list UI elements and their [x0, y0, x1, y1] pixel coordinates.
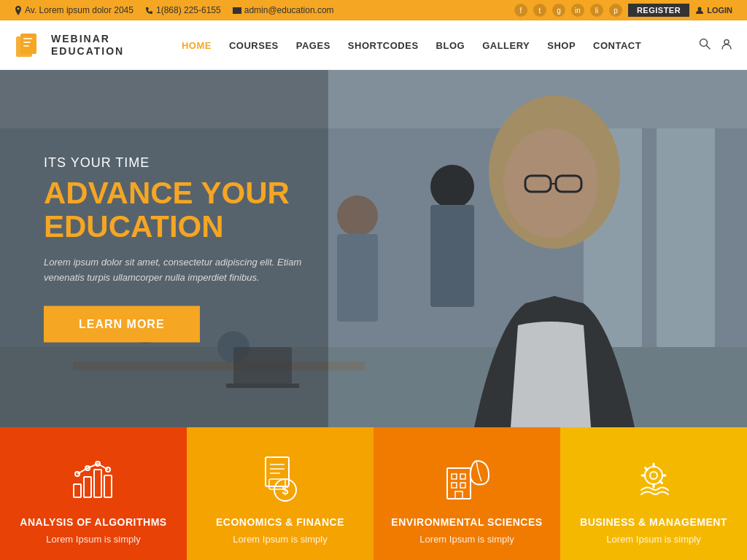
- nav-item-home[interactable]: HOME: [182, 39, 212, 52]
- svg-rect-46: [452, 474, 457, 479]
- svg-rect-31: [84, 477, 91, 497]
- card-business-desc: Lorem Ipsum is simply: [606, 534, 700, 545]
- user-profile-icon[interactable]: [721, 38, 732, 52]
- user-icon: [695, 6, 704, 15]
- hero-title: ADVANCE YOUR EDUCATION: [44, 176, 321, 244]
- twitter-icon[interactable]: t: [533, 4, 546, 17]
- environment-icon: [441, 454, 492, 505]
- svg-rect-47: [460, 474, 465, 479]
- nav-links: HOME COURSES PAGES SHORTCODES BLOG GALLE…: [182, 39, 641, 52]
- cards-section: ANALYSIS OF ALGORITHMS Lorem Ipsum is si…: [0, 427, 747, 560]
- svg-rect-49: [460, 483, 465, 488]
- nav-item-courses[interactable]: COURSES: [229, 39, 279, 52]
- nav-item-shortcodes[interactable]: SHORTCODES: [348, 39, 419, 52]
- email-item: admin@education.com: [233, 5, 334, 15]
- pinterest-icon[interactable]: p: [609, 4, 622, 17]
- nav-icons: [699, 38, 732, 52]
- logo-text: WEBINAR EDUCATION: [51, 33, 124, 58]
- card-environment-title: ENVIRONMENTAL SCIENCES: [391, 516, 542, 528]
- svg-rect-45: [447, 468, 471, 499]
- top-bar-contact: Av. Lorem ipsum dolor 2045 1(868) 225-61…: [15, 5, 334, 15]
- instagram-icon[interactable]: in: [571, 4, 584, 17]
- learn-more-button[interactable]: Learn More: [44, 306, 200, 342]
- svg-point-8: [724, 39, 729, 44]
- logo-icon: [15, 31, 44, 60]
- phone-item: 1(868) 225-6155: [145, 5, 221, 15]
- login-button[interactable]: LOGIN: [695, 6, 732, 15]
- svg-line-57: [646, 468, 648, 470]
- facebook-icon[interactable]: f: [514, 4, 527, 17]
- svg-rect-5: [23, 45, 29, 47]
- svg-line-7: [706, 45, 710, 49]
- logo[interactable]: WEBINAR EDUCATION: [15, 31, 124, 60]
- business-icon: [628, 454, 679, 505]
- nav-item-contact[interactable]: CONTACT: [593, 39, 641, 52]
- card-algorithms[interactable]: ANALYSIS OF ALGORITHMS Lorem Ipsum is si…: [0, 427, 187, 560]
- card-algorithms-desc: Lorem Ipsum is simply: [46, 534, 140, 545]
- nav-item-gallery[interactable]: GALLERY: [482, 39, 530, 52]
- nav-item-shop[interactable]: SHOP: [547, 39, 576, 52]
- card-economics-desc: Lorem Ipsum is simply: [233, 534, 327, 545]
- svg-rect-30: [74, 484, 81, 497]
- nav-item-blog[interactable]: BLOG: [436, 39, 465, 52]
- svg-rect-4: [23, 42, 31, 43]
- svg-rect-3: [23, 38, 32, 39]
- svg-point-52: [650, 472, 657, 479]
- hero-description: Lorem ipsum dolor sit amet, consectetur …: [44, 255, 321, 286]
- address-item: Av. Lorem ipsum dolor 2045: [15, 5, 133, 15]
- register-button[interactable]: REGISTER: [628, 4, 689, 17]
- hero-section: ITS YOUR TIME ADVANCE YOUR EDUCATION Lor…: [0, 70, 747, 427]
- svg-rect-48: [452, 483, 457, 488]
- card-economics-title: ECONOMICS & FINANCE: [216, 516, 344, 528]
- svg-rect-50: [455, 491, 462, 499]
- card-business-title: BUSINESS & MANAGEMENT: [580, 516, 727, 528]
- hero-subtitle: ITS YOUR TIME: [44, 155, 321, 171]
- hero-content: ITS YOUR TIME ADVANCE YOUR EDUCATION Lor…: [44, 155, 321, 343]
- nav-item-pages[interactable]: PAGES: [296, 39, 330, 52]
- svg-rect-32: [94, 470, 101, 497]
- top-bar-actions: f t g in li p REGISTER LOGIN: [514, 4, 732, 17]
- economics-icon: $: [255, 454, 306, 505]
- google-plus-icon[interactable]: g: [552, 4, 565, 17]
- navbar: WEBINAR EDUCATION HOME COURSES PAGES SHO…: [0, 20, 747, 70]
- card-environment[interactable]: ENVIRONMENTAL SCIENCES Lorem Ipsum is si…: [374, 427, 560, 560]
- linkedin-icon[interactable]: li: [590, 4, 603, 17]
- card-business[interactable]: BUSINESS & MANAGEMENT Lorem Ipsum is sim…: [560, 427, 747, 560]
- svg-line-58: [660, 481, 662, 483]
- svg-rect-33: [104, 475, 112, 497]
- card-economics[interactable]: $ ECONOMICS & FINANCE Lorem Ipsum is sim…: [187, 427, 374, 560]
- top-bar: Av. Lorem ipsum dolor 2045 1(868) 225-61…: [0, 0, 747, 20]
- svg-rect-2: [20, 34, 36, 54]
- search-icon[interactable]: [699, 38, 711, 52]
- algorithms-icon: [68, 454, 119, 505]
- svg-point-0: [698, 7, 702, 11]
- card-algorithms-title: ANALYSIS OF ALGORITHMS: [20, 516, 166, 528]
- card-environment-desc: Lorem Ipsum is simply: [419, 534, 514, 545]
